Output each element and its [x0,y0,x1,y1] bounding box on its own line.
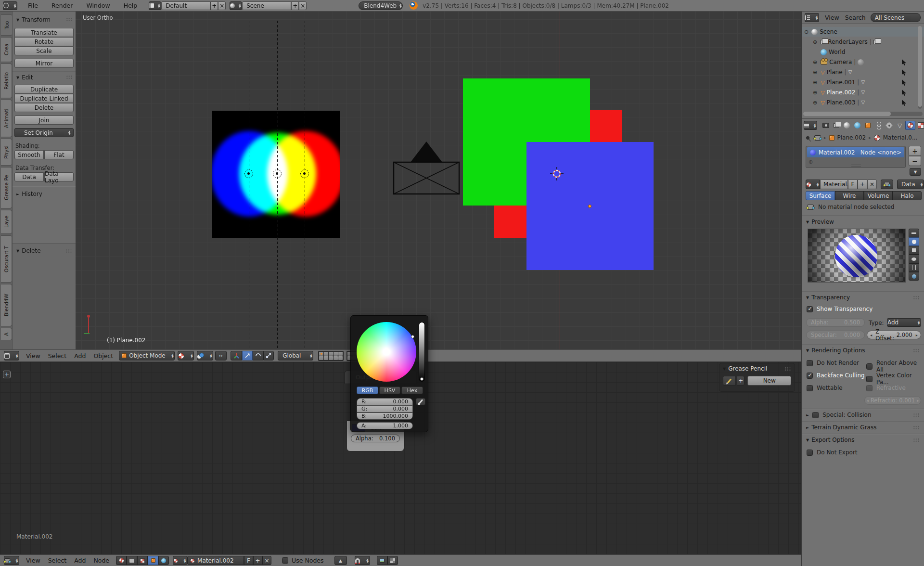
flat-button[interactable]: Flat [44,150,74,159]
material-slot-active[interactable]: Material.002 Node <none> [807,147,904,157]
grease-pencil-draw-button[interactable] [723,376,736,386]
manipulator-translate-toggle[interactable] [242,351,253,360]
panel-grip[interactable] [913,296,920,299]
vertex-color-paint-checkbox[interactable] [866,376,873,382]
panel-header-last-operator[interactable]: Delete [16,247,41,254]
preview-hair-button[interactable] [909,263,919,272]
picker-a-field[interactable]: A:1.000 [357,422,413,429]
fake-user-button[interactable]: F [244,556,253,565]
specular-slider[interactable]: Specular:0.000 [806,331,865,339]
outliner-row-renderlayers[interactable]: ⊕ RenderLayers | [802,37,924,47]
data-button[interactable]: Data [14,172,44,181]
tree-type-shader-toggle[interactable] [116,556,127,565]
screen-layout-field[interactable]: Default [161,1,210,10]
material-name-field[interactable]: Material.002 [187,556,244,565]
node-menu-select[interactable]: Select [48,557,67,564]
properties-editor-type-button[interactable]: ▲▼ [804,121,817,130]
preview-monkey-button[interactable] [909,255,919,263]
join-button[interactable]: Join [14,116,74,125]
tab-material[interactable] [905,121,915,130]
expand-icon[interactable]: ⊕ [813,70,817,75]
camera-data-icon[interactable] [858,59,864,65]
node-context-icon[interactable] [814,135,821,141]
tab-relations[interactable]: Relatio [1,64,12,98]
material-unlink-button[interactable]: × [867,180,877,189]
panel-header-transparency[interactable]: Transparency [806,294,850,301]
material-name-input[interactable]: Material. [820,180,848,189]
tab-object[interactable] [863,121,873,130]
panel-header-export-options[interactable]: Export Options [806,437,855,443]
render-above-all-checkbox[interactable] [866,363,873,370]
tab-tools[interactable]: Too [1,14,13,36]
data-layout-button[interactable]: Data Layo [44,172,74,181]
node-alpha-slider[interactable]: Alpha:0.100 [351,435,400,442]
manipulator-axis-toggle[interactable] [231,351,242,360]
outliner-menu-search[interactable]: Search [845,14,866,21]
show-transparency-checkbox[interactable] [807,306,813,312]
outliner-hscrollbar[interactable] [803,112,923,116]
panel-header-history[interactable]: History [16,191,42,197]
orientation-select[interactable]: Global ▲▼ [278,351,313,360]
tab-layers[interactable]: Laye [1,210,12,234]
picker-r-field[interactable]: R:0.000 [357,398,413,405]
layer-cell[interactable] [334,352,338,356]
expand-icon[interactable]: ⊕ [813,90,817,95]
viewport-menu-object[interactable]: Object [93,352,113,360]
outliner-filter-select[interactable]: All Scenes [871,13,921,22]
layer-cell[interactable] [338,356,343,360]
expand-icon[interactable]: ⊕ [813,80,817,85]
panel-grip[interactable] [913,348,920,352]
panel-grip[interactable] [66,75,73,79]
grease-pencil-add-button[interactable]: + [737,376,744,386]
material-browse-button[interactable]: ▲▼ [173,556,187,565]
expand-icon[interactable]: ⊕ [813,39,817,45]
type-surface[interactable]: Surface [806,191,835,200]
color-wheel[interactable] [357,322,416,382]
material-fake-user-button[interactable]: F [848,180,858,189]
scene-icon-button[interactable]: ▲▼ [230,1,242,10]
panel-header-special-collision[interactable] [806,413,811,417]
backface-culling-checkbox[interactable] [807,373,813,379]
node-menu-view[interactable]: View [26,557,40,564]
layer-cell[interactable] [338,352,343,356]
scene-field[interactable]: Scene [242,1,291,10]
preview-sphere-button[interactable] [909,237,919,246]
layer-cell[interactable] [324,352,328,356]
outliner-vscrollbar[interactable] [918,26,922,109]
region-add-icon[interactable]: + [3,371,11,378]
refraction-slider[interactable]: ◂Refractio:0.001▸ [864,396,921,405]
panel-header-transform[interactable]: Transform [16,16,51,23]
type-volume[interactable]: Volume [864,191,893,200]
tab-constraints[interactable] [873,121,884,130]
panel-grip[interactable] [66,17,73,21]
outliner-editor-type-button[interactable]: ▲▼ [805,13,819,22]
value-slider-cursor[interactable] [420,377,424,381]
mesh-data-icon[interactable]: ▽ [861,90,865,95]
menu-file[interactable]: File [28,2,38,9]
outliner-row-plane[interactable]: ⊕ ▽ Plane | ▽ [802,67,924,77]
tab-oscurart[interactable]: Oscurart T [1,235,12,283]
expand-icon[interactable]: ⊕ [813,60,817,65]
screen-layout-icon-button[interactable]: ▲▼ [149,1,161,10]
scene-add-button[interactable]: + [291,1,299,10]
node-editor-type-button[interactable]: ▲▼ [4,556,19,565]
outliner-row-plane002[interactable]: ⊕ ▽ Plane.002 | ▽ [802,88,924,97]
screen-layout-add-button[interactable]: + [210,1,218,10]
mesh-data-icon[interactable]: ▽ [848,70,852,75]
tab-data[interactable]: ▽ [895,121,905,130]
node-menu-node[interactable]: Node [93,557,109,564]
pivot-point-select[interactable]: ▲▼ [197,351,213,360]
tab-render[interactable] [821,121,831,130]
material-add-button[interactable]: + [253,556,262,565]
delete-button[interactable]: Delete [14,103,74,112]
grease-pencil-new-button[interactable]: New [747,376,791,386]
outliner-row-scene[interactable]: ⊖ Scene [802,27,924,37]
panel-header-edit[interactable]: Edit [16,74,33,81]
tab-create[interactable]: Crea [1,37,12,62]
special-collision-checkbox[interactable] [812,412,819,418]
material-browse-select[interactable]: ▲▼ [806,180,820,189]
menu-render[interactable]: Render [51,2,73,9]
outliner-menu-view[interactable]: View [825,14,839,21]
use-nodes-checkbox[interactable] [282,557,288,564]
outliner-row-plane001[interactable]: ⊕ ▽ Plane.001 | ▽ [802,77,924,87]
